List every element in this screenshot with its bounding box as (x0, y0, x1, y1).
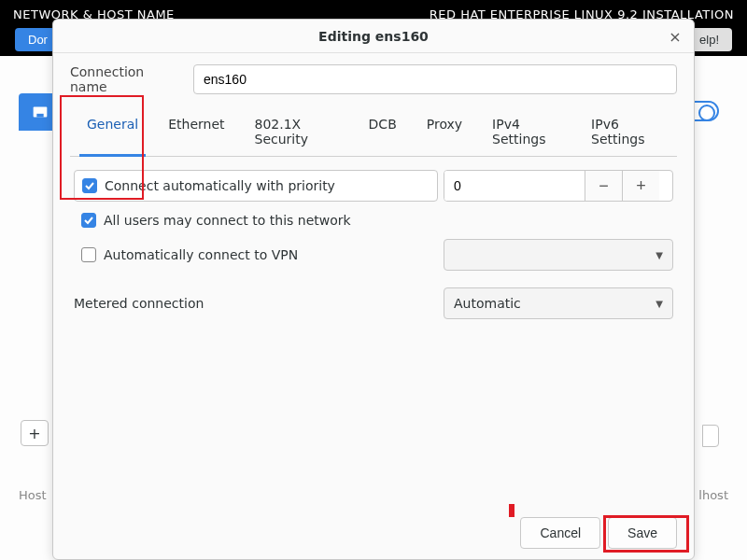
metered-row: Metered connection Automatic ▼ (74, 287, 673, 319)
priority-input[interactable] (444, 171, 585, 201)
metered-select[interactable]: Automatic ▼ (444, 287, 673, 319)
host-label-fragment: Host (19, 488, 47, 502)
close-icon[interactable]: × (666, 27, 684, 46)
auto-vpn-checkbox[interactable] (81, 247, 96, 262)
connection-name-label: Connection name (70, 64, 182, 94)
tab-general[interactable]: General (74, 107, 151, 156)
auto-connect-row: Connect automatically with priority − + (74, 170, 673, 202)
tab-ipv4-settings[interactable]: IPv4 Settings (479, 107, 574, 156)
chevron-down-icon: ▼ (655, 250, 663, 260)
tab-proxy[interactable]: Proxy (414, 107, 475, 156)
configure-button-fragment[interactable] (702, 425, 719, 447)
plus-icon: + (28, 425, 40, 442)
priority-spinbox: − + (444, 170, 673, 202)
auto-vpn-row: Automatically connect to VPN ▼ (74, 239, 673, 271)
auto-vpn-checkbox-wrap[interactable]: Automatically connect to VPN (74, 247, 438, 262)
general-tab-pane: Connect automatically with priority − + … (70, 157, 677, 332)
edit-connection-dialog: Editing ens160 × Connection name General… (52, 19, 695, 560)
tab-ethernet[interactable]: Ethernet (155, 107, 237, 156)
check-icon (84, 216, 93, 225)
all-users-checkbox[interactable] (81, 213, 96, 228)
all-users-label: All users may connect to this network (104, 213, 351, 228)
auto-vpn-label: Automatically connect to VPN (104, 247, 298, 262)
dialog-titlebar: Editing ens160 × (53, 20, 694, 53)
dialog-body: Connection name General Ethernet 802.1X … (53, 53, 694, 507)
add-device-button[interactable]: + (21, 420, 49, 446)
tab-8021x-security[interactable]: 802.1X Security (242, 107, 352, 156)
metered-select-value: Automatic (454, 296, 521, 311)
vpn-select[interactable]: ▼ (444, 239, 673, 271)
check-icon (85, 181, 94, 190)
auto-connect-checkbox[interactable] (82, 178, 97, 193)
ethernet-icon (30, 102, 50, 122)
svg-rect-1 (36, 114, 43, 118)
host-value-fragment: lhost (698, 488, 728, 502)
tab-dcb[interactable]: DCB (356, 107, 410, 156)
dialog-title: Editing ens160 (318, 29, 429, 44)
cancel-button[interactable]: Cancel (520, 517, 600, 549)
metered-label: Metered connection (74, 296, 204, 311)
save-button[interactable]: Save (608, 517, 677, 549)
tab-ipv6-settings[interactable]: IPv6 Settings (578, 107, 673, 156)
all-users-row[interactable]: All users may connect to this network (74, 213, 673, 228)
priority-decrement-button[interactable]: − (585, 171, 622, 201)
dialog-footer: Cancel Save (53, 507, 694, 559)
tab-bar: General Ethernet 802.1X Security DCB Pro… (70, 107, 677, 157)
auto-connect-checkbox-wrap[interactable]: Connect automatically with priority (74, 170, 438, 202)
annotation-tick (509, 504, 514, 517)
chevron-down-icon: ▼ (655, 299, 663, 309)
connection-name-input[interactable] (193, 64, 677, 94)
auto-connect-label: Connect automatically with priority (105, 178, 335, 193)
priority-increment-button[interactable]: + (622, 171, 659, 201)
connection-name-row: Connection name (70, 64, 677, 94)
